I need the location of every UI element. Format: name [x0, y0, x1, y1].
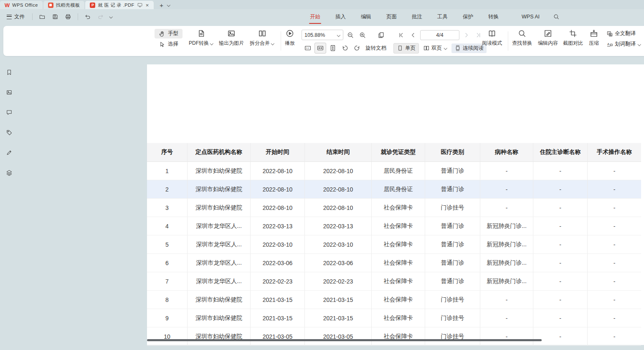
horizontal-scrollbar[interactable] [147, 339, 542, 341]
menu-tab-convert[interactable]: 转换 [487, 9, 499, 24]
menu-tab-comment[interactable]: 批注 [411, 9, 423, 24]
word-translate-button[interactable]: 划词翻译 [606, 41, 641, 48]
hand-tool-label: 手型 [168, 30, 178, 37]
export-image-label: 输出为图片 [219, 40, 244, 47]
table-cell: 2022-08-10 [251, 180, 305, 199]
table-cell: 2022-03-13 [305, 217, 372, 235]
tab-wps-office[interactable]: W WPS Office [0, 1, 43, 9]
rotate-left-button[interactable] [340, 43, 350, 53]
table-cell: 2 [147, 180, 188, 199]
table-cell: 门诊挂号 [425, 291, 480, 309]
table-cell: 2022-08-10 [305, 180, 372, 199]
table-cell: 居民身份证 [372, 162, 425, 180]
table-cell: - [533, 199, 588, 217]
table-cell: 普通门诊 [425, 217, 480, 235]
fit-page-button[interactable] [327, 43, 338, 53]
compress-icon [589, 29, 598, 38]
tab-docer-templates[interactable]: 找稻壳模板 [43, 1, 85, 9]
split-merge-button[interactable]: 拆分合并 [250, 29, 274, 47]
table-cell: 2022-02-23 [305, 272, 372, 291]
table-cell: 7 [147, 272, 188, 291]
menu-tab-insert[interactable]: 插入 [335, 9, 347, 24]
file-menu-button[interactable]: 文件 [4, 12, 27, 22]
continuous-read-button[interactable]: 连续阅读 [451, 43, 487, 53]
table-cell: - [533, 254, 588, 272]
screenshot-compare-label: 截图对比 [563, 40, 583, 47]
single-page-button[interactable]: 单页 [393, 43, 419, 54]
tab-document[interactable]: P 就 医 记 录 .PDF × [85, 1, 154, 9]
menu-tab-protect[interactable]: 保护 [462, 9, 474, 24]
extract-page-button[interactable] [376, 30, 386, 40]
comment-panel-button[interactable] [4, 107, 15, 118]
tab-label: 找稻壳模板 [56, 2, 80, 8]
play-button[interactable]: 播放 [285, 29, 295, 47]
pdf-convert-label: PDF转换 [189, 40, 209, 47]
continuous-read-icon [454, 45, 461, 51]
menu-tab-wps-ai[interactable]: WPS AI [513, 9, 540, 24]
chevron-down-icon [210, 41, 213, 45]
rotate-doc-button[interactable]: 旋转文档 [365, 45, 386, 52]
table-cell: - [480, 291, 533, 309]
menu-tab-tools[interactable]: 工具 [436, 9, 449, 24]
print-button[interactable] [63, 12, 73, 22]
zoom-out-button[interactable] [345, 30, 355, 40]
table-cell: - [588, 291, 641, 309]
table-header-row: 序号定点医药机构名称开始时间结束时间就诊凭证类型医疗类别病种名称住院主诊断名称手… [147, 143, 641, 162]
play-label: 播放 [285, 40, 295, 47]
full-translate-button[interactable]: 全文翻译 [606, 30, 641, 37]
hand-tool-button[interactable]: 手型 [155, 29, 183, 38]
read-mode-button[interactable]: 阅读模式 [482, 29, 502, 47]
table-cell: - [588, 180, 641, 199]
attachment-panel-button[interactable] [4, 127, 15, 138]
layers-panel-button[interactable] [4, 167, 15, 178]
first-page-button[interactable] [396, 30, 406, 40]
continuous-read-label: 连续阅读 [463, 45, 484, 52]
undo-button[interactable] [83, 12, 92, 22]
menu-tab-edit[interactable]: 编辑 [360, 9, 372, 24]
pdf-convert-icon [197, 29, 206, 38]
table-cell: 3 [147, 199, 188, 217]
table-header-cell: 住院主诊断名称 [533, 143, 588, 162]
table-cell: 新冠肺炎门诊... [480, 254, 533, 272]
table-cell: 2021-03-05 [251, 327, 305, 346]
page-number-input[interactable]: 4/4 [420, 30, 459, 40]
zoom-select[interactable]: 105.88% [302, 30, 343, 40]
new-tab-button[interactable]: + [155, 2, 167, 9]
table-row: 4深圳市龙华区人...2022-03-132022-03-13社会保障卡普通门诊… [147, 217, 641, 235]
prev-page-button[interactable] [408, 30, 418, 40]
bookmark-panel-button[interactable] [4, 67, 15, 78]
menu-tab-page[interactable]: 页面 [385, 9, 398, 24]
tab-list-chevron-icon[interactable] [167, 3, 170, 7]
fit-width-button[interactable] [314, 43, 326, 54]
single-page-label: 单页 [405, 45, 416, 52]
table-cell: 普通门诊 [425, 162, 480, 180]
zoom-in-button[interactable] [357, 30, 368, 40]
edit-content-button[interactable]: 编辑内容 [538, 29, 558, 47]
redo-button[interactable] [96, 12, 105, 22]
compress-button[interactable]: 压缩 [589, 29, 599, 47]
menu-tab-home[interactable]: 开始 [309, 9, 321, 24]
table-row: 1深圳市妇幼保健院2022-08-102022-08-10居民身份证普通门诊--… [147, 162, 641, 180]
screenshot-compare-button[interactable]: 截图对比 [563, 29, 583, 47]
export-image-button[interactable]: 输出为图片 [219, 29, 244, 47]
rotate-right-button[interactable] [352, 43, 363, 53]
table-cell: 普通门诊 [425, 272, 480, 291]
close-tab-icon[interactable]: × [145, 3, 150, 8]
find-replace-button[interactable]: 查找替换 [512, 29, 532, 47]
undo-history-chevron-icon[interactable] [109, 15, 113, 19]
pdf-convert-button[interactable]: PDF转换 [189, 29, 213, 47]
open-file-button[interactable] [38, 12, 47, 22]
table-cell: 2022-08-10 [251, 162, 305, 180]
save-button[interactable] [51, 12, 60, 22]
double-page-button[interactable]: 双页 [420, 43, 450, 53]
actual-size-button[interactable] [302, 43, 313, 53]
table-cell: - [480, 180, 533, 199]
next-page-button[interactable] [461, 30, 472, 40]
thumbnail-panel-button[interactable] [4, 87, 15, 98]
signature-panel-button[interactable] [4, 147, 15, 158]
table-cell: 新冠肺炎门诊... [480, 235, 533, 254]
table-cell: 2022-03-06 [305, 254, 372, 272]
read-mode-label: 阅读模式 [482, 40, 502, 47]
menu-search-button[interactable] [553, 9, 560, 24]
select-tool-button[interactable]: 选择 [155, 39, 183, 49]
